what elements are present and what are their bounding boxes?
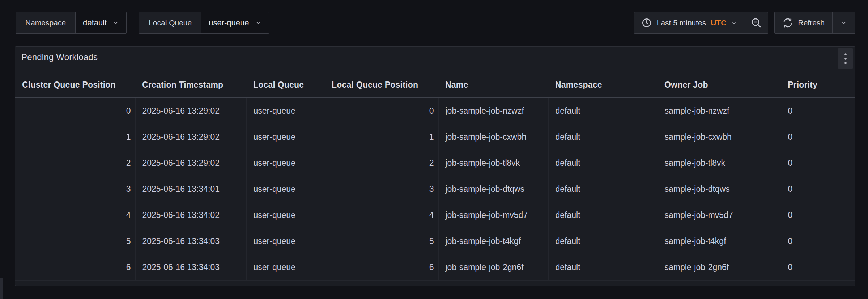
- table-row: 32025-06-16 13:34:01user-queue3job-sampl…: [15, 176, 855, 202]
- chevron-down-icon: [841, 20, 847, 26]
- cell-cluster-queue-position: 2: [15, 150, 135, 176]
- cell-creation-timestamp: 2025-06-16 13:34:01: [135, 176, 246, 202]
- table-row: 42025-06-16 13:34:02user-queue4job-sampl…: [15, 202, 855, 228]
- cell-creation-timestamp: 2025-06-16 13:29:02: [135, 98, 246, 124]
- viewport-left-edge: [3, 0, 3, 299]
- column-header-creation-timestamp[interactable]: Creation Timestamp: [135, 72, 246, 98]
- time-range-picker[interactable]: Last 5 minutes UTC: [634, 12, 744, 33]
- refresh-button[interactable]: Refresh: [775, 12, 832, 33]
- clock-icon: [641, 17, 652, 28]
- cell-local-queue-position: 6: [325, 254, 438, 280]
- cell-owner-job: sample-job-cxwbh: [658, 124, 781, 150]
- cell-local-queue-position: 2: [325, 150, 438, 176]
- cell-name: job-sample-job-dtqws: [438, 176, 548, 202]
- cell-name: job-sample-job-2gn6f: [438, 254, 548, 280]
- cell-creation-timestamp: 2025-06-16 13:34:03: [135, 254, 246, 280]
- cell-creation-timestamp: 2025-06-16 13:34:03: [135, 228, 246, 254]
- magnifier-minus-icon: [750, 17, 762, 29]
- timezone-label: UTC: [711, 18, 726, 27]
- cell-cluster-queue-position: 6: [15, 254, 135, 280]
- time-range-label: Last 5 minutes: [657, 18, 706, 27]
- namespace-variable-label: Namespace: [16, 12, 76, 33]
- cell-local-queue: user-queue: [246, 254, 325, 280]
- refresh-interval-dropdown[interactable]: [832, 12, 855, 33]
- cell-name: job-sample-job-t4kgf: [438, 228, 548, 254]
- table-row: 62025-06-16 13:34:03user-queue6job-sampl…: [15, 254, 855, 280]
- panel-menu-button[interactable]: [838, 48, 853, 69]
- left-scrollbar-thumb: [0, 278, 3, 299]
- cell-owner-job: sample-job-2gn6f: [658, 254, 781, 280]
- cell-priority: 0: [781, 254, 855, 280]
- cell-owner-job: sample-job-t4kgf: [658, 228, 781, 254]
- column-header-cluster-queue-position[interactable]: Cluster Queue Position: [15, 72, 135, 98]
- cell-cluster-queue-position: 0: [15, 98, 135, 124]
- cell-local-queue-position: 0: [325, 98, 438, 124]
- column-header-local-queue[interactable]: Local Queue: [246, 72, 325, 98]
- cell-cluster-queue-position: 1: [15, 124, 135, 150]
- kebab-vertical-icon: [841, 51, 850, 66]
- workloads-table: Cluster Queue PositionCreation Timestamp…: [15, 72, 855, 281]
- refresh-controls: Refresh: [774, 12, 855, 34]
- local-queue-variable: Local Queue user-queue: [139, 12, 269, 34]
- cell-owner-job: sample-job-nzwzf: [658, 98, 781, 124]
- sync-arrows-icon: [782, 17, 793, 28]
- column-header-priority[interactable]: Priority: [781, 72, 855, 98]
- chevron-down-icon: [112, 20, 119, 26]
- cell-local-queue: user-queue: [246, 124, 325, 150]
- cell-local-queue: user-queue: [246, 176, 325, 202]
- cell-name: job-sample-job-cxwbh: [438, 124, 548, 150]
- cell-creation-timestamp: 2025-06-16 13:29:02: [135, 150, 246, 176]
- cell-priority: 0: [781, 202, 855, 228]
- cell-cluster-queue-position: 3: [15, 176, 135, 202]
- cell-namespace: default: [548, 176, 658, 202]
- cell-priority: 0: [781, 98, 855, 124]
- dashboard-toolbar: Last 5 minutes UTC Refresh: [634, 12, 855, 34]
- table-row: 22025-06-16 13:29:02user-queue2job-sampl…: [15, 150, 855, 176]
- cell-owner-job: sample-job-mv5d7: [658, 202, 781, 228]
- cell-priority: 0: [781, 150, 855, 176]
- cell-local-queue-position: 4: [325, 202, 438, 228]
- namespace-variable-value: default: [83, 18, 107, 28]
- cell-namespace: default: [548, 150, 658, 176]
- cell-name: job-sample-job-nzwzf: [438, 98, 548, 124]
- pending-workloads-panel: Pending Workloads Cluster Queue Position…: [15, 46, 855, 286]
- column-header-name[interactable]: Name: [438, 72, 548, 98]
- cell-local-queue-position: 5: [325, 228, 438, 254]
- namespace-variable-select[interactable]: default: [76, 12, 126, 33]
- cell-local-queue: user-queue: [246, 202, 325, 228]
- cell-priority: 0: [781, 124, 855, 150]
- local-queue-variable-value: user-queue: [209, 18, 249, 28]
- cell-cluster-queue-position: 5: [15, 228, 135, 254]
- table-header-row: Cluster Queue PositionCreation Timestamp…: [15, 72, 855, 98]
- cell-local-queue-position: 3: [325, 176, 438, 202]
- local-queue-variable-label: Local Queue: [139, 12, 201, 33]
- column-header-owner-job[interactable]: Owner Job: [658, 72, 781, 98]
- column-header-namespace[interactable]: Namespace: [548, 72, 658, 98]
- chevron-down-icon: [255, 20, 261, 26]
- variable-controls: Namespace default Local Queue user-queue: [16, 12, 269, 34]
- cell-local-queue: user-queue: [246, 98, 325, 124]
- time-controls: Last 5 minutes UTC: [634, 12, 769, 34]
- cell-priority: 0: [781, 176, 855, 202]
- cell-name: job-sample-job-tl8vk: [438, 150, 548, 176]
- column-header-local-queue-position[interactable]: Local Queue Position: [325, 72, 438, 98]
- panel-title: Pending Workloads: [21, 52, 98, 62]
- cell-namespace: default: [548, 228, 658, 254]
- cell-local-queue: user-queue: [246, 150, 325, 176]
- cell-cluster-queue-position: 4: [15, 202, 135, 228]
- cell-owner-job: sample-job-dtqws: [658, 176, 781, 202]
- cell-namespace: default: [548, 98, 658, 124]
- chevron-down-icon: [731, 20, 737, 26]
- cell-namespace: default: [548, 124, 658, 150]
- table-row: 02025-06-16 13:29:02user-queue0job-sampl…: [15, 98, 855, 124]
- local-queue-variable-select[interactable]: user-queue: [201, 12, 268, 33]
- table-row: 12025-06-16 13:29:02user-queue1job-sampl…: [15, 124, 855, 150]
- cell-namespace: default: [548, 202, 658, 228]
- zoom-out-button[interactable]: [744, 12, 768, 33]
- cell-name: job-sample-job-mv5d7: [438, 202, 548, 228]
- cell-local-queue: user-queue: [246, 228, 325, 254]
- cell-priority: 0: [781, 228, 855, 254]
- refresh-label: Refresh: [798, 18, 825, 27]
- cell-owner-job: sample-job-tl8vk: [658, 150, 781, 176]
- cell-namespace: default: [548, 254, 658, 280]
